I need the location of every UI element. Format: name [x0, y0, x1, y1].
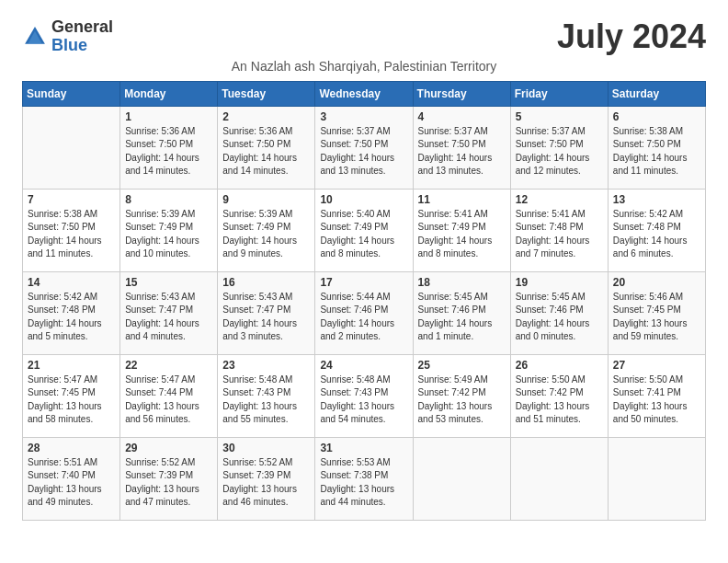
day-number: 11 [418, 193, 506, 206]
calendar-cell [23, 106, 120, 189]
calendar-cell: 2Sunrise: 5:36 AM Sunset: 7:50 PM Daylig… [218, 106, 315, 189]
logo-icon [22, 24, 48, 50]
day-number: 22 [125, 359, 212, 372]
day-number: 6 [613, 110, 700, 123]
day-number: 10 [320, 193, 407, 206]
calendar-cell: 17Sunrise: 5:44 AM Sunset: 7:46 PM Dayli… [315, 271, 413, 354]
day-info: Sunrise: 5:42 AM Sunset: 7:48 PM Dayligh… [28, 291, 115, 344]
day-number: 7 [28, 193, 115, 206]
calendar-cell: 22Sunrise: 5:47 AM Sunset: 7:44 PM Dayli… [120, 354, 218, 437]
calendar-cell: 27Sunrise: 5:50 AM Sunset: 7:41 PM Dayli… [608, 354, 705, 437]
day-number: 12 [516, 193, 603, 206]
day-number: 3 [320, 110, 407, 123]
day-number: 21 [28, 359, 115, 372]
day-info: Sunrise: 5:36 AM Sunset: 7:50 PM Dayligh… [222, 125, 310, 178]
day-info: Sunrise: 5:49 AM Sunset: 7:42 PM Dayligh… [418, 373, 506, 427]
day-header-thursday: Thursday [413, 81, 510, 106]
day-number: 28 [28, 442, 115, 454]
day-info: Sunrise: 5:39 AM Sunset: 7:49 PM Dayligh… [222, 208, 310, 261]
day-header-sunday: Sunday [23, 81, 120, 106]
calendar-cell: 21Sunrise: 5:47 AM Sunset: 7:45 PM Dayli… [23, 354, 120, 437]
day-header-wednesday: Wednesday [315, 81, 413, 106]
calendar-cell: 19Sunrise: 5:45 AM Sunset: 7:46 PM Dayli… [510, 271, 608, 354]
day-number: 31 [320, 442, 407, 454]
calendar-cell: 28Sunrise: 5:51 AM Sunset: 7:40 PM Dayli… [23, 437, 120, 520]
day-info: Sunrise: 5:42 AM Sunset: 7:48 PM Dayligh… [613, 208, 700, 261]
day-info: Sunrise: 5:47 AM Sunset: 7:45 PM Dayligh… [28, 373, 115, 427]
day-info: Sunrise: 5:52 AM Sunset: 7:39 PM Dayligh… [125, 456, 212, 510]
calendar-cell: 14Sunrise: 5:42 AM Sunset: 7:48 PM Dayli… [23, 271, 120, 354]
calendar-cell: 6Sunrise: 5:38 AM Sunset: 7:50 PM Daylig… [608, 106, 705, 189]
day-info: Sunrise: 5:45 AM Sunset: 7:46 PM Dayligh… [516, 291, 603, 344]
day-number: 8 [125, 193, 212, 206]
calendar-cell: 7Sunrise: 5:38 AM Sunset: 7:50 PM Daylig… [23, 189, 120, 271]
week-row-2: 7Sunrise: 5:38 AM Sunset: 7:50 PM Daylig… [23, 189, 706, 271]
day-info: Sunrise: 5:46 AM Sunset: 7:45 PM Dayligh… [613, 291, 700, 344]
calendar-cell: 18Sunrise: 5:45 AM Sunset: 7:46 PM Dayli… [413, 271, 510, 354]
day-number: 30 [222, 442, 310, 454]
day-info: Sunrise: 5:38 AM Sunset: 7:50 PM Dayligh… [613, 125, 700, 178]
week-row-5: 28Sunrise: 5:51 AM Sunset: 7:40 PM Dayli… [23, 437, 706, 520]
day-number: 16 [222, 276, 310, 289]
day-info: Sunrise: 5:43 AM Sunset: 7:47 PM Dayligh… [222, 291, 310, 344]
calendar-cell: 1Sunrise: 5:36 AM Sunset: 7:50 PM Daylig… [120, 106, 218, 189]
calendar-cell: 5Sunrise: 5:37 AM Sunset: 7:50 PM Daylig… [510, 106, 608, 189]
day-number: 15 [125, 276, 212, 289]
day-number: 14 [28, 276, 115, 289]
day-info: Sunrise: 5:37 AM Sunset: 7:50 PM Dayligh… [320, 125, 407, 178]
day-info: Sunrise: 5:51 AM Sunset: 7:40 PM Dayligh… [28, 456, 115, 510]
day-number: 5 [516, 110, 603, 123]
week-row-3: 14Sunrise: 5:42 AM Sunset: 7:48 PM Dayli… [23, 271, 706, 354]
calendar-cell: 24Sunrise: 5:48 AM Sunset: 7:43 PM Dayli… [315, 354, 413, 437]
day-info: Sunrise: 5:41 AM Sunset: 7:48 PM Dayligh… [516, 208, 603, 261]
day-number: 17 [320, 276, 407, 289]
day-number: 20 [613, 276, 700, 289]
calendar-cell [510, 437, 608, 520]
day-info: Sunrise: 5:52 AM Sunset: 7:39 PM Dayligh… [222, 456, 310, 510]
day-info: Sunrise: 5:50 AM Sunset: 7:41 PM Dayligh… [613, 373, 700, 427]
calendar-cell: 23Sunrise: 5:48 AM Sunset: 7:43 PM Dayli… [218, 354, 315, 437]
day-info: Sunrise: 5:38 AM Sunset: 7:50 PM Dayligh… [28, 208, 115, 261]
day-number: 1 [125, 110, 212, 123]
calendar-cell: 30Sunrise: 5:52 AM Sunset: 7:39 PM Dayli… [218, 437, 315, 520]
day-info: Sunrise: 5:47 AM Sunset: 7:44 PM Dayligh… [125, 373, 212, 427]
logo: General Blue [22, 18, 113, 55]
day-number: 27 [613, 359, 700, 372]
day-number: 25 [418, 359, 506, 372]
day-info: Sunrise: 5:39 AM Sunset: 7:49 PM Dayligh… [125, 208, 212, 261]
calendar-cell: 10Sunrise: 5:40 AM Sunset: 7:49 PM Dayli… [315, 189, 413, 271]
day-info: Sunrise: 5:43 AM Sunset: 7:47 PM Dayligh… [125, 291, 212, 344]
day-info: Sunrise: 5:37 AM Sunset: 7:50 PM Dayligh… [418, 125, 506, 178]
day-info: Sunrise: 5:37 AM Sunset: 7:50 PM Dayligh… [516, 125, 603, 178]
day-header-saturday: Saturday [608, 81, 705, 106]
calendar-cell: 31Sunrise: 5:53 AM Sunset: 7:38 PM Dayli… [315, 437, 413, 520]
calendar-cell: 8Sunrise: 5:39 AM Sunset: 7:49 PM Daylig… [120, 189, 218, 271]
calendar-cell: 16Sunrise: 5:43 AM Sunset: 7:47 PM Dayli… [218, 271, 315, 354]
day-number: 24 [320, 359, 407, 372]
day-number: 19 [516, 276, 603, 289]
day-info: Sunrise: 5:50 AM Sunset: 7:42 PM Dayligh… [516, 373, 603, 427]
day-header-tuesday: Tuesday [218, 81, 315, 106]
calendar-cell: 29Sunrise: 5:52 AM Sunset: 7:39 PM Dayli… [120, 437, 218, 520]
day-info: Sunrise: 5:48 AM Sunset: 7:43 PM Dayligh… [222, 373, 310, 427]
calendar-cell: 11Sunrise: 5:41 AM Sunset: 7:49 PM Dayli… [413, 189, 510, 271]
calendar-header-row: SundayMondayTuesdayWednesdayThursdayFrid… [23, 81, 706, 106]
day-number: 13 [613, 193, 700, 206]
calendar-cell [608, 437, 705, 520]
day-info: Sunrise: 5:40 AM Sunset: 7:49 PM Dayligh… [320, 208, 407, 261]
week-row-4: 21Sunrise: 5:47 AM Sunset: 7:45 PM Dayli… [23, 354, 706, 437]
day-info: Sunrise: 5:45 AM Sunset: 7:46 PM Dayligh… [418, 291, 506, 344]
calendar-cell: 13Sunrise: 5:42 AM Sunset: 7:48 PM Dayli… [608, 189, 705, 271]
calendar-cell: 15Sunrise: 5:43 AM Sunset: 7:47 PM Dayli… [120, 271, 218, 354]
calendar-cell: 3Sunrise: 5:37 AM Sunset: 7:50 PM Daylig… [315, 106, 413, 189]
calendar-cell: 25Sunrise: 5:49 AM Sunset: 7:42 PM Dayli… [413, 354, 510, 437]
day-number: 23 [222, 359, 310, 372]
calendar-table: SundayMondayTuesdayWednesdayThursdayFrid… [22, 81, 706, 521]
calendar-cell: 9Sunrise: 5:39 AM Sunset: 7:49 PM Daylig… [218, 189, 315, 271]
day-info: Sunrise: 5:48 AM Sunset: 7:43 PM Dayligh… [320, 373, 407, 427]
day-info: Sunrise: 5:36 AM Sunset: 7:50 PM Dayligh… [125, 125, 212, 178]
calendar-cell: 20Sunrise: 5:46 AM Sunset: 7:45 PM Dayli… [608, 271, 705, 354]
day-number: 29 [125, 442, 212, 454]
day-header-monday: Monday [120, 81, 218, 106]
calendar-cell: 4Sunrise: 5:37 AM Sunset: 7:50 PM Daylig… [413, 106, 510, 189]
